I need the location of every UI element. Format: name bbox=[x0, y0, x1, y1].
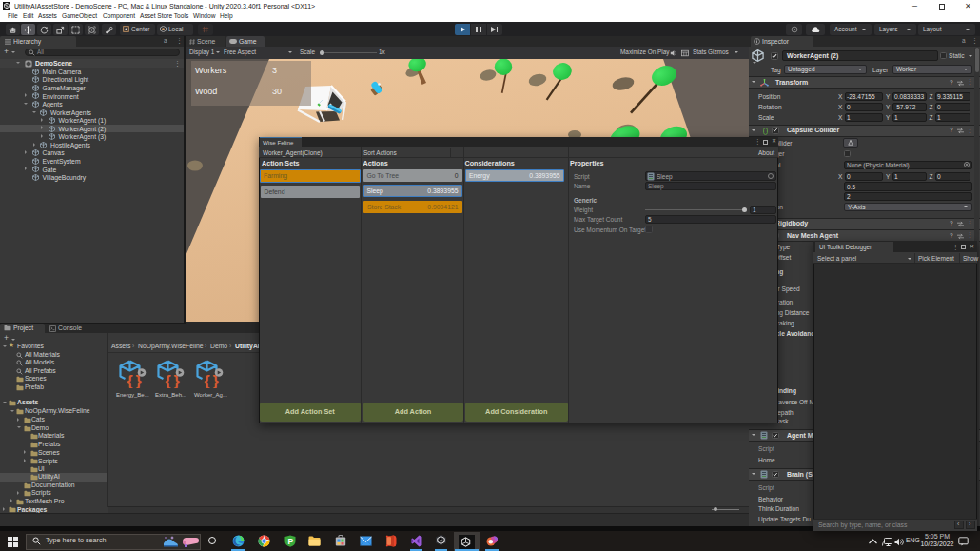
svg-text:{: { bbox=[127, 372, 132, 388]
svg-text:{: { bbox=[166, 372, 171, 388]
svg-text:P: P bbox=[287, 536, 293, 545]
svg-text:{: { bbox=[204, 372, 209, 388]
